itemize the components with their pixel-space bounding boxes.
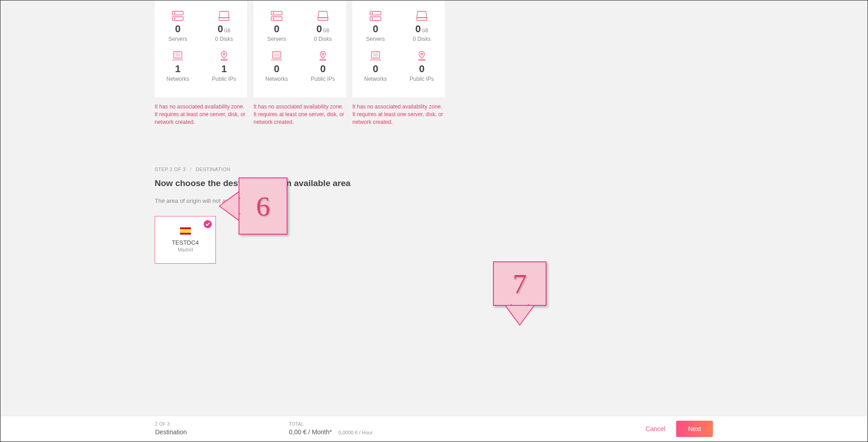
warning-text: It has no associated availability zone. … [155, 103, 247, 126]
disks-value: 0 [415, 23, 421, 34]
svg-rect-13 [318, 18, 328, 20]
footer-step-count: 2 OF 3 [155, 422, 187, 427]
disk-icon [300, 10, 346, 22]
publicips-value: 0 [300, 64, 346, 74]
svg-point-16 [322, 53, 324, 55]
svg-rect-6 [175, 53, 180, 57]
svg-point-3 [174, 18, 175, 19]
networks-value: 0 [352, 64, 399, 74]
disks-sub: 0 Disks [201, 36, 247, 42]
destination-name: TESTDC4 [172, 239, 199, 246]
location-icon [201, 49, 247, 62]
publicips-label: Public IPs [399, 76, 445, 82]
svg-point-21 [372, 18, 373, 19]
server-icon [155, 10, 201, 22]
publicips-value: 0 [399, 64, 445, 74]
destination-card[interactable]: TESTDC4 Madrid [155, 216, 216, 264]
server-icon [352, 10, 399, 22]
servers-cell: 0 Servers [155, 5, 201, 45]
servers-label: Servers [155, 36, 201, 42]
warning-text: It has no associated availability zone. … [254, 103, 346, 126]
disks-unit: GB [323, 28, 329, 33]
next-button[interactable]: Next [676, 421, 713, 437]
wizard-footer: 2 OF 3 Destination TOTAL 0,00 € / Month*… [1, 416, 867, 441]
resource-card: 0 Servers 0GB 0 Disks 0 Networks [352, 0, 445, 98]
annotation-callout-7: 7 [493, 261, 546, 306]
svg-rect-15 [274, 53, 279, 57]
network-icon [254, 49, 300, 62]
disk-icon [201, 10, 247, 22]
annotation-callout-6: 6 [239, 177, 288, 235]
disks-unit: GB [224, 28, 230, 33]
svg-rect-4 [219, 18, 229, 20]
servers-cell: 0 Servers [352, 5, 399, 45]
svg-rect-22 [417, 18, 427, 20]
cancel-button[interactable]: Cancel [646, 425, 666, 432]
warning-row: It has no associated availability zone. … [155, 103, 849, 126]
callout-number: 7 [513, 268, 527, 300]
disks-cell: 0GB 0 Disks [300, 5, 346, 45]
warning-text: It has no associated availability zone. … [352, 103, 445, 126]
callout-number: 6 [256, 190, 270, 222]
breadcrumb-separator: / [190, 167, 191, 172]
svg-point-26 [419, 59, 425, 61]
svg-point-7 [223, 53, 225, 55]
resource-cards-row: 0 Servers 0GB 0 Disks 1 Networks [155, 0, 849, 98]
networks-cell: 0 Networks [254, 45, 300, 85]
networks-cell: 1 Networks [155, 45, 201, 85]
publicips-cell: 1 Public IPs [201, 45, 247, 85]
location-icon [399, 49, 445, 62]
spain-flag-icon [180, 227, 191, 235]
disks-cell: 0GB 0 Disks [201, 5, 247, 45]
networks-value: 0 [254, 64, 300, 74]
publicips-value: 1 [201, 64, 247, 74]
disks-sub: 0 Disks [399, 36, 445, 42]
resource-card: 0 Servers 0GB 0 Disks 1 Networks [155, 0, 247, 98]
servers-value: 0 [352, 24, 399, 34]
selected-check-icon [204, 220, 212, 228]
network-icon [155, 49, 201, 62]
networks-label: Networks [155, 76, 201, 82]
disks-value: 0 [218, 23, 223, 34]
footer-price-hour: 0,0000 € / Hour [338, 430, 373, 435]
publicips-label: Public IPs [201, 76, 247, 82]
networks-label: Networks [254, 76, 300, 82]
server-icon [254, 10, 300, 22]
breadcrumb-section: DESTINATION [196, 167, 230, 172]
svg-rect-24 [373, 53, 378, 57]
svg-point-2 [174, 13, 175, 14]
disks-value: 0 [317, 23, 322, 34]
servers-value: 0 [254, 24, 300, 34]
network-icon [352, 49, 399, 62]
svg-point-17 [320, 59, 326, 61]
publicips-cell: 0 Public IPs [399, 45, 445, 85]
disk-icon [399, 10, 445, 22]
servers-label: Servers [254, 36, 300, 42]
footer-step-name: Destination [155, 428, 187, 436]
networks-value: 1 [155, 64, 201, 74]
svg-point-8 [221, 59, 227, 61]
resource-card: 0 Servers 0GB 0 Disks 0 Networks [254, 0, 346, 98]
footer-total-label: TOTAL [289, 422, 373, 427]
svg-point-12 [273, 18, 274, 19]
svg-point-25 [421, 53, 423, 55]
networks-label: Networks [352, 76, 399, 82]
servers-cell: 0 Servers [254, 5, 300, 45]
publicips-label: Public IPs [300, 76, 346, 82]
disks-sub: 0 Disks [300, 36, 346, 42]
publicips-cell: 0 Public IPs [300, 45, 346, 85]
location-icon [300, 49, 346, 62]
breadcrumb: STEP 2 OF 3 / DESTINATION [155, 167, 849, 172]
footer-price-month: 0,00 € / Month* [289, 428, 332, 436]
servers-value: 0 [155, 24, 201, 34]
destination-city: Madrid [178, 247, 193, 252]
footer-step-info: 2 OF 3 Destination [155, 422, 187, 436]
breadcrumb-step: STEP 2 OF 3 [155, 167, 186, 172]
servers-label: Servers [352, 36, 399, 42]
networks-cell: 0 Networks [352, 45, 399, 85]
disks-unit: GB [422, 28, 428, 33]
disks-cell: 0GB 0 Disks [399, 5, 445, 45]
svg-point-20 [372, 13, 373, 14]
svg-point-11 [273, 13, 274, 14]
footer-total: TOTAL 0,00 € / Month* 0,0000 € / Hour [289, 422, 373, 436]
